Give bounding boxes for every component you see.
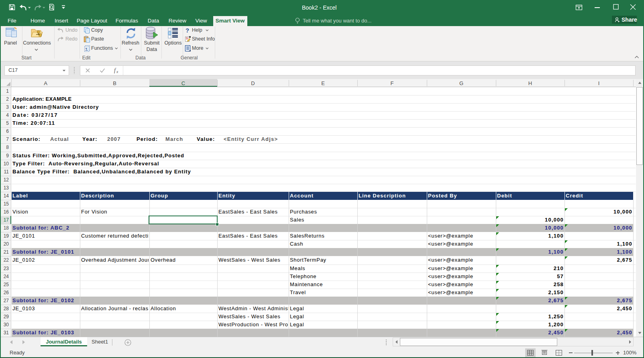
svg-text:x: x [116,69,118,74]
svg-text:Σ: Σ [85,47,88,51]
svg-text:?: ? [185,27,189,34]
